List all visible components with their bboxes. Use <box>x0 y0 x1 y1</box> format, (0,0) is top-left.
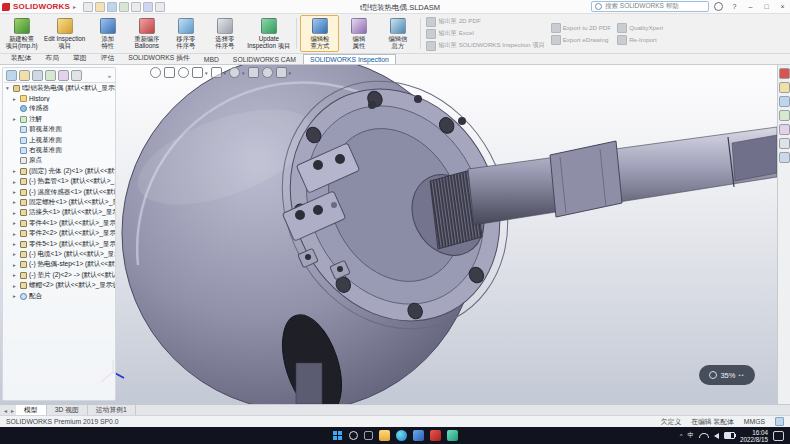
appearances-icon[interactable] <box>779 124 790 135</box>
save-icon[interactable] <box>107 2 117 12</box>
tree-item-component[interactable]: ▸ (-) 热套管<1> (默认<<默认>_显示状态 <box>4 177 115 187</box>
zoom-indicator[interactable]: 35% •• <box>699 365 755 385</box>
tree-item-mates[interactable]: ▸ 配合 <box>4 291 115 301</box>
tree-item-component[interactable]: ▸ 螺帽<2> (默认<<默认>_显示状态- <box>4 280 115 290</box>
tree-item-component[interactable]: ▸ 活接头<1> (默认<<默认>_显示状态- <box>4 208 115 218</box>
ime-indicator[interactable]: 中 <box>687 431 694 440</box>
add-characteristic-button[interactable]: 添加 特性 <box>88 15 127 52</box>
panel-collapse-chevron-icon[interactable]: » <box>106 73 113 79</box>
expand-arrow-icon[interactable]: ▸ <box>13 179 18 185</box>
apply-scene-icon[interactable] <box>276 67 287 78</box>
expand-arrow-icon[interactable]: ▸ <box>13 251 18 257</box>
solidworks-resources-icon[interactable] <box>779 68 790 79</box>
expand-arrow-icon[interactable]: ▸ <box>13 293 18 299</box>
export-2dpdf-button[interactable]: 输出至 2D PDF <box>426 17 544 27</box>
solidworks-icon[interactable] <box>430 430 441 441</box>
propertymanager-icon[interactable] <box>19 70 30 81</box>
forum-icon[interactable] <box>779 152 790 163</box>
edit-inspection-method-button[interactable]: 编辑检 查方式 <box>300 15 339 52</box>
tree-item-component[interactable]: ▸ 固定螺栓<1> (默认<<默认>_显示状态 <box>4 197 115 207</box>
help-button[interactable]: ? <box>728 1 741 12</box>
tree-item-component[interactable]: ▸ (-) 热电偶-step<1> (默认<<默认>_ <box>4 260 115 270</box>
view-palette-icon[interactable] <box>779 110 790 121</box>
chevron-down-icon[interactable]: ▾ <box>224 70 227 76</box>
custom-properties-icon[interactable] <box>779 138 790 149</box>
expand-arrow-icon[interactable]: ▸ <box>13 210 18 216</box>
edit-inspection-project-button[interactable]: Edit Inspection 项目 <box>41 15 88 52</box>
file-explorer-icon[interactable] <box>779 96 790 107</box>
tree-item-right-plane[interactable]: 右视基准面 <box>4 145 115 155</box>
search-input[interactable]: 搜索 SOLIDWORKS 帮助 <box>591 1 709 12</box>
display-style-icon[interactable] <box>229 67 240 78</box>
view-orientation-icon[interactable] <box>211 67 222 78</box>
options-gear-button[interactable] <box>712 1 725 12</box>
tree-root[interactable]: ▾ t型铠装热电偶 (默认<默认_显示状态-1>) <box>4 83 115 93</box>
export-to-2dpdf-button[interactable]: Export to 2D PDF <box>551 23 612 33</box>
update-inspection-button[interactable]: Update Inspection 项目 <box>244 15 293 52</box>
expand-arrow-icon[interactable]: ▸ <box>13 272 18 278</box>
tab-cam[interactable]: SOLIDWORKS CAM <box>226 54 303 64</box>
units-status[interactable]: MMGS <box>744 418 765 425</box>
customize-status-icon[interactable] <box>775 417 784 426</box>
zoom-area-icon[interactable] <box>164 67 175 78</box>
volume-icon[interactable] <box>714 433 719 439</box>
export-edrawing-button[interactable]: Export eDrawing <box>551 35 612 45</box>
export-inspection-project-button[interactable]: 输出至 SOLIDWORKS Inspection 项目 <box>426 41 544 51</box>
new-inspection-project-button[interactable]: 新建检查 项目(imp.h) <box>2 15 41 52</box>
close-button[interactable]: × <box>776 1 789 12</box>
edit-info-button[interactable]: 编辑信 息方 <box>378 15 417 52</box>
export-excel-button[interactable]: 输出至 Excel <box>426 29 544 39</box>
expand-arrow-icon[interactable]: ▸ <box>13 199 18 205</box>
open-icon[interactable] <box>95 2 105 12</box>
windows-start-icon[interactable] <box>332 430 343 441</box>
tab-assembly[interactable]: 装配体 <box>4 51 38 64</box>
tab-model[interactable]: 模型 <box>16 405 47 415</box>
design-library-icon[interactable] <box>779 82 790 93</box>
minimize-button[interactable]: – <box>744 1 757 12</box>
displaymanager-icon[interactable] <box>58 70 69 81</box>
reorder-balloon-button[interactable]: 移序零 件序号 <box>166 15 205 52</box>
more-options-icon[interactable]: •• <box>738 372 744 378</box>
notification-icon[interactable] <box>773 431 784 441</box>
tree-item-sensors[interactable]: 传感器 <box>4 104 115 114</box>
tree-item-component[interactable]: ▸ (固定) 壳体 (2)<1> (默认<<默认>_显示状 <box>4 166 115 176</box>
new-doc-icon[interactable] <box>83 2 93 12</box>
tab-sketch[interactable]: 草图 <box>66 51 94 64</box>
renumber-balloons-button[interactable]: 重新编序 Balloons <box>127 15 166 52</box>
previous-view-icon[interactable] <box>178 67 189 78</box>
expand-arrow-icon[interactable]: ▸ <box>13 116 18 122</box>
tab-evaluate[interactable]: 评估 <box>94 51 122 64</box>
qualityxpert-button[interactable]: QualityXpert <box>617 23 663 33</box>
inspection-manager-icon[interactable] <box>71 70 82 81</box>
undo-icon[interactable] <box>131 2 141 12</box>
tab-mbd[interactable]: MBD <box>197 54 226 64</box>
tree-item-component[interactable]: ▸ (-) 温度传感器<1> (默认<<默认>_显示 <box>4 187 115 197</box>
expand-arrow-icon[interactable]: ▸ <box>13 96 18 102</box>
task-view-icon[interactable] <box>364 431 373 440</box>
expand-arrow-icon[interactable]: ▸ <box>13 262 18 268</box>
chevron-down-icon[interactable]: ▾ <box>289 70 292 76</box>
rebuild-icon[interactable] <box>155 2 165 12</box>
edit-properties-button[interactable]: 编辑 属性 <box>339 15 378 52</box>
file-explorer-icon[interactable] <box>379 430 390 441</box>
reimport-button[interactable]: Re-Import <box>617 35 663 45</box>
network-icon[interactable] <box>699 433 709 438</box>
tree-item-origin[interactable]: 原点 <box>4 156 115 166</box>
zoom-fit-icon[interactable] <box>150 67 161 78</box>
dimxpertmanager-icon[interactable] <box>45 70 56 81</box>
app-teal-icon[interactable] <box>447 430 458 441</box>
select-balloon-button[interactable]: 选择零 件序号 <box>205 15 244 52</box>
hide-show-items-icon[interactable] <box>248 67 259 78</box>
tree-item-front-plane[interactable]: 前视基准面 <box>4 125 115 135</box>
hidden-icons-chevron[interactable]: ^ <box>680 433 683 439</box>
tree-item-component[interactable]: ▸ 零件4<1> (默认<<默认>_显示状态- <box>4 218 115 228</box>
tree-item-annotations[interactable]: ▸ 注解 <box>4 114 115 124</box>
expand-arrow-icon[interactable]: ▸ <box>13 283 18 289</box>
tree-item-component[interactable]: ▸ 零件5<1> (默认<<默认>_显示状态- <box>4 239 115 249</box>
tab-addins[interactable]: SOLIDWORKS 插件 <box>121 51 197 64</box>
chevron-down-icon[interactable]: ▾ <box>242 70 245 76</box>
tab-inspection[interactable]: SOLIDWORKS Inspection <box>303 54 396 64</box>
expand-arrow-icon[interactable]: ▾ <box>6 85 11 91</box>
tab-motion-study[interactable]: 运动算例1 <box>88 405 136 415</box>
battery-icon[interactable] <box>724 432 735 439</box>
